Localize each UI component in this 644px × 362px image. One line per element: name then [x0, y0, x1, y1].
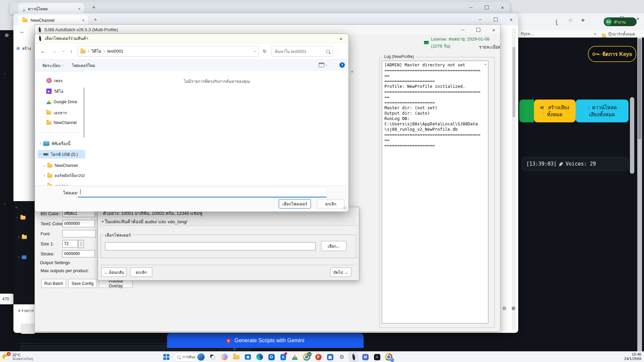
close-icon[interactable]: × — [496, 3, 509, 12]
select-folder-button[interactable]: เลือกโฟลเดอร์ — [279, 199, 311, 208]
file-list-area[interactable]: ไม่มีรายการที่ตรงกับการค้นหาของคุณ — [85, 71, 348, 185]
sidebar-item-this-pc[interactable]: › พีซีเครื่องนี้ — [38, 139, 85, 148]
save-config-button[interactable]: Save Config — [68, 279, 97, 288]
close-icon[interactable]: × — [504, 15, 518, 24]
chevron-right-icon[interactable]: › — [44, 163, 45, 168]
wizard-cancel-button[interactable]: ยกเลิก — [130, 267, 152, 277]
chevron-right-icon[interactable]: › — [40, 141, 41, 146]
chevron-down-icon[interactable]: › — [38, 154, 43, 155]
weather-widget[interactable]: 3 32°C มีแดดส่วนใหญ่ — [2, 352, 33, 362]
size1-stepper[interactable]: ▴▾ — [78, 240, 84, 248]
maximize-icon[interactable] — [489, 15, 502, 24]
generate-all-audio-button[interactable]: สร้างเสียง ทั้งหมด — [534, 100, 576, 122]
up-icon[interactable]: ↑ — [70, 49, 73, 54]
scroll-up-icon[interactable]: ▲ — [484, 62, 487, 66]
google-drive-icon[interactable] — [290, 352, 300, 362]
search-highlight-image[interactable] — [197, 353, 205, 361]
browse-button[interactable]: เลือก... — [321, 241, 346, 251]
organize-button[interactable]: จัดระเบียบ › — [42, 62, 63, 69]
taskbar-clock[interactable]: 15:46 24/1/2569 — [624, 352, 641, 361]
tab-newchannel[interactable]: NewChannel × — [18, 15, 88, 25]
view-mode-button[interactable]: › — [319, 63, 327, 67]
breadcrumb-current[interactable]: test0001 — [107, 49, 252, 54]
grid-view-icon[interactable]: ▦ — [512, 306, 515, 310]
add-icon[interactable]: ⊕ — [5, 32, 9, 38]
stroke-input[interactable] — [62, 250, 95, 257]
gemini-banner-button[interactable]: Generate Scripts with Gemini — [167, 333, 364, 348]
start-button[interactable] — [162, 352, 171, 362]
edge-icon[interactable] — [255, 352, 264, 362]
chevron-right-icon[interactable]: › — [4, 71, 5, 76]
spin-up-icon[interactable]: ▴ — [80, 242, 82, 244]
star-icon[interactable]: ☆ — [568, 17, 573, 23]
inner-scrollbar[interactable] — [630, 97, 634, 174]
green-button-fragment[interactable] — [519, 100, 534, 122]
scrollbar[interactable] — [512, 28, 516, 330]
chrome-sj-icon[interactable]: SJ — [302, 352, 311, 362]
text1-color-input[interactable] — [62, 220, 95, 227]
new-tab-icon[interactable]: + — [92, 4, 95, 10]
dialog-close-icon[interactable]: × — [334, 34, 348, 43]
settings-icon[interactable]: ⚙ — [337, 352, 346, 362]
address-dropdown-icon[interactable]: › — [253, 51, 257, 52]
wizard-next-button[interactable]: ถัดไป → — [330, 267, 352, 277]
tab-downloads[interactable]: ↓ ดาวน์โหลด × — [18, 3, 84, 14]
refresh-icon[interactable]: ↻ — [263, 49, 267, 54]
recent-locations-icon[interactable]: › — [61, 51, 66, 52]
download-all-audio-button[interactable]: ♪ดาวน์โหลด เสียงทั้งหมด — [576, 100, 629, 122]
bookmarks-overflow-icon[interactable]: » — [594, 32, 596, 36]
back-icon[interactable]: ← — [40, 48, 46, 54]
powerpoint-icon[interactable]: P — [314, 352, 323, 362]
log-textarea[interactable]: [ADMIN] Master directory not set =======… — [382, 61, 488, 323]
tree-row[interactable]: › — [18, 255, 26, 259]
manage-keys-button[interactable]: จัดการ Keys — [588, 46, 636, 62]
taskbar-search[interactable]: การค้นหา — [173, 353, 206, 361]
sidebar-item-usb-drive[interactable]: › ไดรฟ์ USB (D:) — [38, 150, 85, 159]
tab-close-icon[interactable]: × — [78, 6, 80, 11]
sj88-app-icon[interactable] — [349, 352, 358, 362]
spin-down-icon[interactable]: ▾ — [80, 244, 82, 246]
sidebar-item-usb-newchannel[interactable]: › NewChannel — [38, 161, 89, 170]
sidebar-scrollbar[interactable] — [83, 87, 85, 138]
wizard-folder-input[interactable] — [105, 242, 316, 250]
tab-close-icon[interactable]: × — [82, 18, 85, 23]
minimize-icon[interactable] — [456, 25, 470, 34]
folder-name-input[interactable] — [78, 187, 327, 197]
windows-app-icon[interactable]: ▦ — [325, 352, 335, 362]
back-icon[interactable]: ← — [19, 28, 25, 35]
new-item-button[interactable]: ⊕ สร้าง — [16, 44, 35, 52]
size1-input[interactable] — [62, 240, 78, 247]
microsoft-store-icon[interactable]: ▤ — [243, 352, 253, 362]
new-tab-icon[interactable]: + — [94, 16, 97, 22]
dialog-cancel-button[interactable]: ยกเลิก — [317, 199, 344, 208]
tree-row[interactable]: › — [18, 235, 27, 239]
forward-icon[interactable]: → — [52, 48, 57, 54]
panel-close-icon[interactable]: × — [351, 69, 354, 74]
arrow-app-icon[interactable]: A — [372, 352, 382, 362]
maximize-icon[interactable] — [472, 25, 485, 34]
run-batch-button[interactable]: Run Batch — [41, 279, 66, 288]
maximize-icon[interactable] — [480, 3, 493, 12]
help-icon[interactable]: ? — [339, 62, 345, 68]
minimize-icon[interactable] — [464, 3, 478, 12]
chevron-down-icon[interactable]: › — [14, 207, 19, 208]
copilot-icon[interactable] — [220, 352, 229, 362]
chrome-globe-icon[interactable] — [384, 352, 393, 362]
wizard-back-button[interactable]: ← ย้อนกลับ — [101, 267, 127, 277]
new-folder-button[interactable]: โฟลเดอร์ใหม่ — [72, 62, 95, 69]
sidebar-item-usb-folder2[interactable]: › ดอร์ฟดิสก์ล็อก202 — [38, 171, 89, 180]
teams-icon[interactable]: M — [361, 352, 370, 362]
resize-grip[interactable] — [343, 206, 347, 210]
scrollbar[interactable] — [637, 38, 642, 351]
breadcrumb-folder[interactable]: วิดีโอ — [92, 48, 101, 55]
status-button-fragment[interactable] — [21, 324, 35, 334]
search-box[interactable]: ค้นหาใน test0001 — [271, 46, 333, 57]
extensions-icon[interactable]: ❖ — [581, 18, 585, 23]
task-view-button[interactable] — [208, 352, 217, 362]
pinned-doc-icon[interactable]: A — [278, 352, 288, 362]
bookmark-item[interactable]: Ryze... — [521, 32, 533, 36]
chevron-right-icon[interactable]: › — [4, 201, 5, 206]
minimize-icon[interactable] — [474, 15, 487, 24]
all-bookmarks-label[interactable]: บุ๊กมาร์กทั้งหมด — [608, 31, 635, 37]
list-view-icon[interactable]: ▤ — [502, 306, 506, 310]
